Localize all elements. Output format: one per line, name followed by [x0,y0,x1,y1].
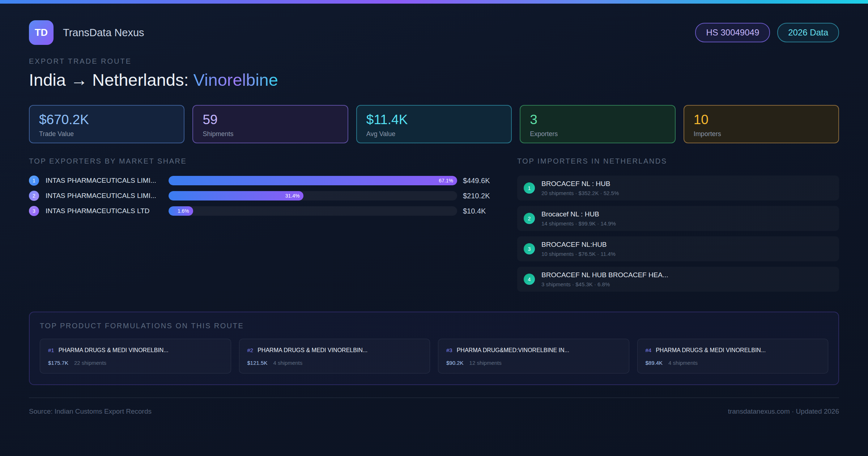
app-logo: TD [29,20,54,45]
importer-name: Brocacef NL : HUB [541,210,616,218]
product-card-top: #3 PHARMA DRUG&MED:VINORELBINE IN... [446,347,621,354]
rank-badge: 2 [524,213,535,224]
product-card[interactable]: #1 PHARMA DRUGS & MEDI VINORELBIN... $17… [40,339,231,373]
footer: Source: Indian Customs Export Records tr… [29,397,839,415]
product-card-top: #1 PHARMA DRUGS & MEDI VINORELBIN... [48,347,223,354]
importer-meta: 3 shipments · $45.3K · 6.8% [541,281,668,287]
product-card-bottom: $175.7K 22 shipments [48,360,223,366]
stat-card-trade-value: $670.2K Trade Value [29,105,184,143]
hs-code-badge[interactable]: HS 30049049 [695,23,770,42]
product-card-bottom: $89.4K 4 shipments [646,360,820,366]
importers-section: TOP IMPORTERS IN NETHERLANDS 1 BROCACEF … [517,157,839,297]
importer-info: BROCACEF NL:HUB 10 shipments · $76.5K · … [541,241,616,257]
rank-badge: 2 [29,191,39,201]
share-percent-label: 1.6% [178,208,189,214]
importer-meta: 10 shipments · $76.5K · 11.4% [541,251,616,257]
product-formulations-panel: TOP PRODUCT FORMULATIONS ON THIS ROUTE #… [29,312,839,385]
main-columns: TOP EXPORTERS BY MARKET SHARE 1 INTAS PH… [29,157,839,297]
importers-heading: TOP IMPORTERS IN NETHERLANDS [517,157,839,165]
stat-card-importers: 10 Importers [684,105,839,143]
product-card[interactable]: #2 PHARMA DRUGS & MEDI VINORELBIN... $12… [239,339,430,373]
importer-info: BROCACEF NL HUB BROCACEF HEA... 3 shipme… [541,271,668,287]
exporter-name: INTAS PHARMACEUTICALS LIMI... [46,177,161,185]
app-name: TransData Nexus [63,27,144,39]
market-share-bar-track: 31.4% [169,191,457,200]
header-badges: HS 30049049 2026 Data [695,23,839,42]
importer-meta: 14 shipments · $99.9K · 14.9% [541,220,616,227]
product-name: PHARMA DRUGS & MEDI VINORELBIN... [258,347,367,354]
product-value: $121.5K [247,360,268,366]
stat-label: Importers [694,130,829,138]
exporter-row[interactable]: 2 INTAS PHARMACEUTICALS LIMI... 31.4% $2… [29,191,499,201]
exporter-name: INTAS PHARMACEUTICALS LIMI... [46,192,161,200]
stat-label: Trade Value [39,130,174,138]
product-card-top: #4 PHARMA DRUGS & MEDI VINORELBIN... [646,347,820,354]
share-percent-label: 31.4% [285,193,300,199]
product-name: PHARMA DRUG&MED:VINORELBINE IN... [457,347,569,354]
page-title: India → Netherlands: Vinorelbine [29,70,839,90]
importer-row[interactable]: 2 Brocacef NL : HUB 14 shipments · $99.9… [517,206,839,231]
stat-cards-row: $670.2K Trade Value 59 Shipments $11.4K … [29,105,839,143]
product-shipments: 4 shipments [273,360,302,366]
product-value: $175.7K [48,360,68,366]
product-card-bottom: $90.2K 12 shipments [446,360,621,366]
stat-value: 3 [530,112,665,127]
footer-site: transdatanexus.com · Updated 2026 [728,408,839,415]
rank-badge: 1 [524,182,535,194]
product-shipments: 22 shipments [74,360,106,366]
product-value: $90.2K [446,360,464,366]
product-rank: #1 [48,347,54,353]
exporter-name: INTAS PHARMACEUTICALS LTD [46,207,161,215]
exporter-value: $10.4K [463,207,499,215]
stat-label: Shipments [203,130,338,138]
rank-badge: 3 [524,243,535,254]
importer-row[interactable]: 3 BROCACEF NL:HUB 10 shipments · $76.5K … [517,236,839,261]
product-card-bottom: $121.5K 4 shipments [247,360,422,366]
exporters-section: TOP EXPORTERS BY MARKET SHARE 1 INTAS PH… [29,157,499,221]
rank-badge: 1 [29,176,39,186]
stat-card-shipments: 59 Shipments [192,105,348,143]
stat-value: 59 [203,112,338,127]
product-rank: #4 [646,347,652,353]
market-share-bar: 31.4% [169,191,303,200]
exporter-value: $449.6K [463,177,499,185]
market-share-bar-track: 1.6% [169,206,457,216]
product-card[interactable]: #4 PHARMA DRUGS & MEDI VINORELBIN... $89… [637,339,829,373]
market-share-bar: 67.1% [169,176,457,185]
stat-value: $670.2K [39,112,174,127]
exporter-row[interactable]: 3 INTAS PHARMACEUTICALS LTD 1.6% $10.4K [29,206,499,216]
products-heading: TOP PRODUCT FORMULATIONS ON THIS ROUTE [40,322,828,330]
exporters-heading: TOP EXPORTERS BY MARKET SHARE [29,157,499,165]
exporter-row[interactable]: 1 INTAS PHARMACEUTICALS LIMI... 67.1% $4… [29,176,499,186]
stat-label: Avg Value [366,130,502,138]
stat-card-avg-value: $11.4K Avg Value [356,105,512,143]
title-route: India → Netherlands: [29,70,193,89]
rank-badge: 3 [29,206,39,216]
importer-info: Brocacef NL : HUB 14 shipments · $99.9K … [541,210,616,227]
product-card-top: #2 PHARMA DRUGS & MEDI VINORELBIN... [247,347,422,354]
header: TD TransData Nexus HS 30049049 2026 Data [29,20,839,45]
rank-badge: 4 [524,274,535,285]
market-share-bar-track: 67.1% [169,176,457,185]
product-name: PHARMA DRUGS & MEDI VINORELBIN... [59,347,169,354]
product-shipments: 12 shipments [469,360,502,366]
importer-name: BROCACEF NL : HUB [541,180,619,188]
product-rank: #3 [446,347,452,353]
page-container: TD TransData Nexus HS 30049049 2026 Data… [0,20,868,415]
top-gradient-bar [0,0,868,4]
importer-name: BROCACEF NL HUB BROCACEF HEA... [541,271,668,279]
share-percent-label: 67.1% [439,178,453,183]
stat-value: $11.4K [366,112,502,127]
product-rank: #2 [247,347,254,353]
market-share-bar: 1.6% [169,206,193,216]
importer-row[interactable]: 4 BROCACEF NL HUB BROCACEF HEA... 3 ship… [517,267,839,292]
eyebrow-label: EXPORT TRADE ROUTE [29,57,839,66]
stat-card-exporters: 3 Exporters [520,105,675,143]
importer-meta: 20 shipments · $352.2K · 52.5% [541,190,619,196]
year-data-badge[interactable]: 2026 Data [777,23,839,42]
brand: TD TransData Nexus [29,20,144,45]
footer-source: Source: Indian Customs Export Records [29,408,152,415]
importer-info: BROCACEF NL : HUB 20 shipments · $352.2K… [541,180,619,196]
importer-row[interactable]: 1 BROCACEF NL : HUB 20 shipments · $352.… [517,176,839,200]
product-card[interactable]: #3 PHARMA DRUG&MED:VINORELBINE IN... $90… [438,339,629,373]
